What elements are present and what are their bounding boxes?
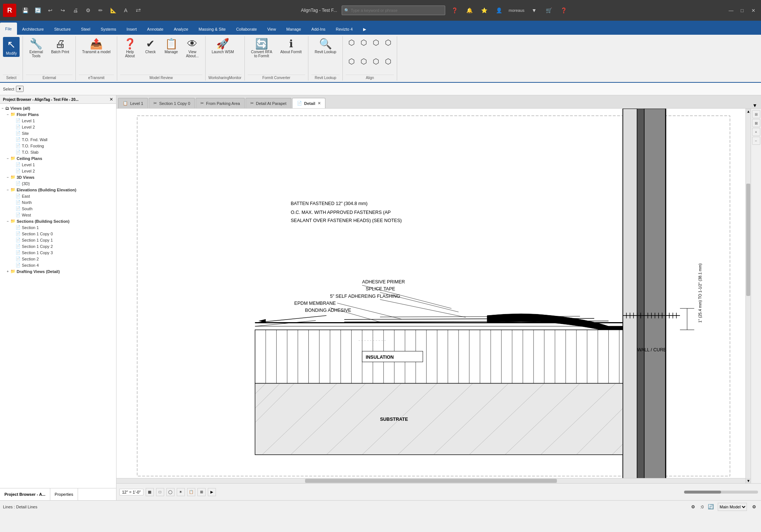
browser-tab-project[interactable]: Project Browser - A... <box>0 488 50 500</box>
help-about-button[interactable]: ❓ HelpAbout <box>120 37 140 60</box>
sun-path-button[interactable]: ☀ <box>177 488 185 496</box>
tree-item[interactable]: 📄West <box>0 212 116 218</box>
tree-item[interactable]: −📁Floor Plans <box>0 111 116 117</box>
align-tc-button[interactable]: ⬡ <box>358 37 369 48</box>
tab-architecture[interactable]: Architecture <box>17 24 49 35</box>
arrow-button[interactable]: ⮂ <box>133 5 143 16</box>
tab-view[interactable]: View <box>262 24 281 35</box>
notify-button[interactable]: 🔔 <box>464 5 475 16</box>
tab-insert[interactable]: Insert <box>121 24 142 35</box>
tree-item[interactable]: −📁Ceiling Plans <box>0 155 116 161</box>
modify-button[interactable]: ↖ Modify <box>3 37 20 57</box>
view-about-button[interactable]: 👁 ViewAbout... <box>183 37 202 60</box>
tab-steel[interactable]: Steel <box>76 24 95 35</box>
tree-item[interactable]: 📄T.O. Slab <box>0 149 116 155</box>
align-extra2-button[interactable]: ⬡ <box>382 56 394 67</box>
search-input[interactable] <box>351 8 425 13</box>
align-mr-button[interactable]: ⬡ <box>370 56 382 67</box>
view-tabs-more-button[interactable]: ▼ <box>750 103 760 108</box>
tree-item[interactable]: 📄East <box>0 193 116 199</box>
model-sync-button[interactable]: 🔄 <box>707 503 715 511</box>
tree-item[interactable]: 📄Section 1 <box>0 224 116 231</box>
align-extra-button[interactable]: ⬡ <box>382 37 394 48</box>
tree-item[interactable]: 📄T.O. Fnd. Wall <box>0 136 116 143</box>
model-selector[interactable]: Main Model <box>718 503 747 511</box>
view-tab-parking[interactable]: ✂ From Parking Area <box>196 98 245 108</box>
vertical-scrollbar[interactable]: ▲ ▼ <box>745 109 751 483</box>
tree-item[interactable]: 📄Section 1 Copy 2 <box>0 243 116 249</box>
redo-button[interactable]: ↪ <box>58 5 68 16</box>
detail-tab-close[interactable]: ✕ <box>318 101 321 105</box>
search-help-button[interactable]: ❓ <box>450 5 460 16</box>
about-formit-button[interactable]: ℹ About FormIt <box>277 37 305 56</box>
scroll-up-button[interactable]: ▲ <box>746 109 751 114</box>
tab-annotate[interactable]: Annotate <box>142 24 169 35</box>
tree-item[interactable]: −🗂Views (all) <box>0 105 116 111</box>
scroll-thumb-v[interactable] <box>746 184 750 296</box>
tree-item[interactable]: 📄North <box>0 199 116 205</box>
zoom-sheet-button[interactable]: ⊠ <box>752 119 760 127</box>
pen-button[interactable]: ✏ <box>95 5 106 16</box>
tab-massing[interactable]: Massing & Site <box>193 24 231 35</box>
tab-revizto[interactable]: Revizto 4 <box>331 24 358 35</box>
tree-item[interactable]: 📄Section 2 <box>0 256 116 262</box>
revit-lookup-button[interactable]: 🔍 Revit Lookup <box>311 37 339 56</box>
align-tl-button[interactable]: ⬡ <box>346 37 357 48</box>
manage-button[interactable]: 📋 Manage <box>161 37 181 56</box>
more-button[interactable]: ▶ <box>208 488 216 496</box>
tree-item[interactable]: 📄{3D} <box>0 180 116 187</box>
drawing-area[interactable]: BATTEN FASTENED 12" (304.8 mm) O.C. MAX.… <box>116 109 751 483</box>
tree-item[interactable]: 📄Section 1 Copy 0 <box>0 231 116 237</box>
tree-item[interactable]: 📄Level 1 <box>0 161 116 168</box>
undo-button[interactable]: ↩ <box>45 5 55 16</box>
convert-rfa-button[interactable]: 🔄 Convert RFAto FormIt <box>248 37 275 60</box>
batch-print-button[interactable]: 🖨 Batch Print <box>48 37 72 56</box>
browser-close-button[interactable]: ✕ <box>109 97 113 102</box>
maximize-button[interactable]: □ <box>737 6 747 15</box>
star-button[interactable]: ⭐ <box>479 5 490 16</box>
tree-item[interactable]: −📁Elevations (Building Elevation) <box>0 187 116 193</box>
close-button[interactable]: ✕ <box>748 6 758 15</box>
text-button[interactable]: A <box>121 5 131 16</box>
sheets-button[interactable]: 📋 <box>187 488 195 496</box>
tree-item[interactable]: 📄Level 1 <box>0 117 116 124</box>
view-tab-detail[interactable]: 📄 Detail ✕ <box>292 98 325 108</box>
save-button[interactable]: 💾 <box>20 5 30 16</box>
scroll-down-button[interactable]: ▼ <box>746 478 751 483</box>
cart-button[interactable]: 🛒 <box>544 5 554 16</box>
tree-item[interactable]: 📄Section 1 Copy 1 <box>0 237 116 243</box>
check-button[interactable]: ✔ Check <box>141 37 160 56</box>
workset-settings-button[interactable]: ⚙ <box>689 503 697 511</box>
help-button[interactable]: ❓ <box>558 5 569 16</box>
view-tab-level1[interactable]: 📋 Level 1 <box>118 98 148 108</box>
zoom-out-button[interactable]: − <box>752 137 760 145</box>
browser-tab-properties[interactable]: Properties <box>50 488 78 500</box>
tab-collaborate[interactable]: Collaborate <box>231 24 262 35</box>
tab-file[interactable]: File <box>0 23 17 35</box>
tree-item[interactable]: 📄Section 4 <box>0 262 116 268</box>
view-slider[interactable] <box>684 491 758 494</box>
tab-addins[interactable]: Add-Ins <box>306 24 331 35</box>
tree-item[interactable]: 📄Section 1 Copy 3 <box>0 249 116 256</box>
align-mc-button[interactable]: ⬡ <box>358 56 369 67</box>
print-button[interactable]: 🖨 <box>70 5 81 16</box>
tab-manage[interactable]: Manage <box>281 24 306 35</box>
align-ml-button[interactable]: ⬡ <box>346 56 357 67</box>
rendering-button[interactable]: ◯ <box>166 488 175 496</box>
transmit-button[interactable]: 📤 Transmit a model <box>79 37 114 56</box>
measure-button[interactable]: 📐 <box>108 5 118 16</box>
select-dropdown-button[interactable]: ▼ <box>16 86 24 92</box>
search-box[interactable]: 🔍 <box>342 6 445 15</box>
sync-button[interactable]: 🔄 <box>33 5 43 16</box>
tab-more[interactable]: ▶ <box>358 24 371 35</box>
tree-item[interactable]: −📁Sections (Building Section) <box>0 218 116 224</box>
user-button[interactable]: 👤 <box>494 5 504 16</box>
tree-item[interactable]: 📄South <box>0 205 116 212</box>
tree-item[interactable]: 📄Level 2 <box>0 168 116 174</box>
crop-button[interactable]: ⊞ <box>197 488 206 496</box>
user-dropdown-button[interactable]: ▼ <box>529 5 539 16</box>
external-tools-button[interactable]: 🔧 ExternalTools <box>26 37 46 60</box>
hatch-button[interactable]: ▦ <box>146 488 154 496</box>
tree-item[interactable]: 📄Level 2 <box>0 124 116 130</box>
minimize-button[interactable]: — <box>726 6 736 15</box>
